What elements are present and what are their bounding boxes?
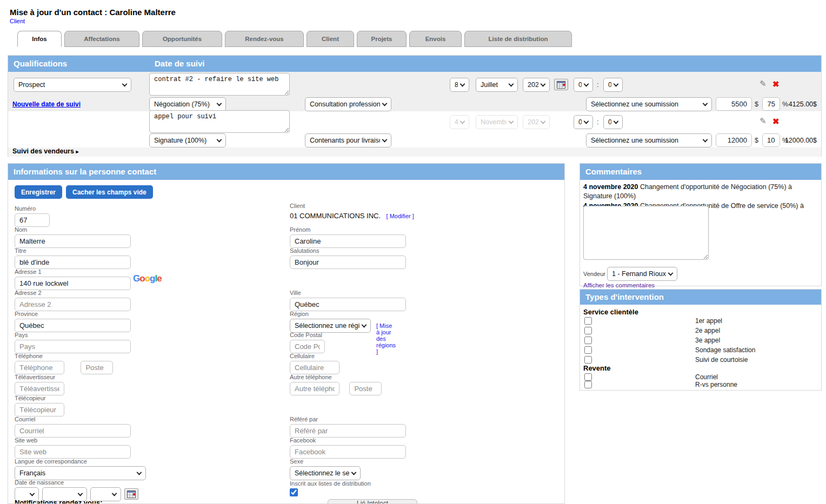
- followup2-amount-input[interactable]: [716, 133, 752, 147]
- vendor-followup-toggle[interactable]: Suivi des vendeurs ▸: [12, 147, 78, 155]
- courriel-input[interactable]: [15, 424, 131, 438]
- followup2-category-select[interactable]: Contenants pour livraison: [305, 133, 391, 147]
- client-breadcrumb-link[interactable]: Client: [10, 18, 25, 24]
- followup1-minute-select[interactable]: 00: [603, 78, 623, 92]
- followup2-year-select[interactable]: 2020: [523, 115, 550, 129]
- followup1-percent-input[interactable]: [762, 97, 780, 111]
- titre-field: Titre: [15, 247, 131, 269]
- label-sondage-satisfaction: Sondage satisfaction: [695, 346, 755, 354]
- checkbox-2e-appel[interactable]: [584, 327, 592, 334]
- new-comment-textarea[interactable]: [583, 206, 709, 260]
- followup1-delete-x-icon[interactable]: ✖: [772, 79, 780, 89]
- tab-envois[interactable]: Envois: [409, 31, 462, 47]
- salutations-input[interactable]: [290, 256, 406, 269]
- facebook-input[interactable]: [290, 445, 406, 459]
- followup1-edit-pencil-icon[interactable]: ✎: [760, 79, 767, 89]
- followup1-day-select[interactable]: 8: [450, 78, 469, 92]
- adresse2-input[interactable]: [15, 298, 131, 311]
- followup1-month-select[interactable]: Juillet: [476, 78, 518, 92]
- adresse1-input[interactable]: [15, 277, 131, 290]
- cellulaire-input[interactable]: [290, 361, 339, 374]
- langue-select[interactable]: Français: [15, 466, 146, 480]
- telecopieur-input[interactable]: [15, 403, 64, 416]
- tab-liste-distribution[interactable]: Liste de distribution: [464, 31, 572, 47]
- tab-infos[interactable]: Infos: [17, 31, 62, 47]
- tab-client[interactable]: Client: [307, 31, 354, 47]
- telephone-input[interactable]: [15, 361, 64, 374]
- numero-label: Numéro: [15, 205, 50, 212]
- panel-footer-background: [8, 147, 821, 157]
- titre-input[interactable]: [15, 256, 131, 269]
- prenom-input[interactable]: [290, 234, 406, 248]
- telephone-poste-input[interactable]: [81, 361, 113, 374]
- siteweb-label: Site web: [15, 437, 131, 443]
- refere-input[interactable]: [290, 424, 406, 438]
- checkbox-3e-appel[interactable]: [584, 337, 592, 344]
- followup2-edit-pencil-icon[interactable]: ✎: [760, 116, 767, 126]
- tab-rendez-vous[interactable]: Rendez-vous: [225, 31, 304, 47]
- followup1-minute-select-wrap: 00: [603, 78, 623, 92]
- followup2-stage-select[interactable]: Signature (100%): [149, 133, 226, 147]
- autretel-input[interactable]: [290, 382, 339, 395]
- checkbox-courriel[interactable]: [584, 373, 592, 381]
- client-modify-link[interactable]: [ Modifier ]: [387, 213, 414, 219]
- tab-opportunites[interactable]: Opportunités: [142, 31, 222, 47]
- followup1-amount-input[interactable]: [716, 97, 752, 111]
- facebook-field: Facebook: [290, 437, 406, 459]
- nom-label: Nom: [15, 226, 131, 233]
- pays-input[interactable]: [15, 340, 131, 353]
- siteweb-input[interactable]: [15, 445, 131, 459]
- checkbox-1er-appel[interactable]: [584, 317, 592, 325]
- region-select[interactable]: Sélectionnez une région: [290, 319, 371, 333]
- followup1-hour-select[interactable]: 00: [574, 78, 593, 92]
- followup2-minute-select[interactable]: 00: [603, 115, 623, 129]
- province-input[interactable]: [15, 319, 131, 332]
- followup2-percent-input[interactable]: [762, 133, 780, 147]
- checkbox-rvs-personne[interactable]: [584, 381, 592, 388]
- followup1-calendar-button[interactable]: [554, 79, 568, 90]
- new-followup-link[interactable]: Nouvelle date de suivi: [12, 100, 81, 108]
- cellulaire-field: Cellulaire: [290, 353, 339, 374]
- followup2-note-textarea[interactable]: appel pour suivi: [149, 110, 290, 133]
- autretel-poste-input[interactable]: [349, 382, 382, 395]
- langue-label: Langue de correspondance: [15, 458, 146, 465]
- region-field: Région Sélectionnez une région [ Mise à …: [290, 311, 309, 333]
- google-logo-icon[interactable]: Google: [133, 273, 162, 284]
- region-update-link[interactable]: [ Mise à jour des régions ]: [376, 322, 396, 355]
- hide-empty-fields-button[interactable]: Cacher les champs vide: [66, 185, 153, 199]
- qualifications-header: Qualifications Date de suivi: [8, 56, 821, 72]
- ville-input[interactable]: [290, 298, 406, 311]
- lie-intelect-correspondant-button[interactable]: Lié Intelect Correspondant: [328, 499, 417, 504]
- checkbox-sondage-satisfaction[interactable]: [584, 346, 592, 354]
- show-comments-link[interactable]: Afficher les commentaires: [583, 282, 655, 288]
- sexe-select-wrap: Sélectionnez le sexe: [290, 466, 361, 480]
- checkbox-suivi-courtoisie[interactable]: [584, 356, 592, 364]
- followup2-delete-x-icon[interactable]: ✖: [772, 117, 780, 126]
- followup2-soumission-select[interactable]: Sélectionnez une soumission: [586, 133, 712, 147]
- followup1-stage-select[interactable]: Négociation (75%): [149, 97, 226, 111]
- naissance-calendar-button[interactable]: [124, 488, 138, 500]
- followup1-note-textarea[interactable]: contrat #2 - refaire le site web: [149, 73, 290, 96]
- numero-input[interactable]: [15, 213, 50, 227]
- followup2-month-select[interactable]: Novembre: [476, 115, 518, 129]
- tab-projets[interactable]: Projets: [357, 31, 407, 47]
- tab-affectations[interactable]: Affectations: [64, 31, 139, 47]
- followup1-soumission-select[interactable]: Sélectionnez une soumission: [586, 97, 712, 111]
- listes-distribution-checkbox[interactable]: [290, 488, 298, 496]
- refere-label: Référé par: [290, 416, 406, 422]
- followup1-year-select[interactable]: 2020: [523, 78, 550, 92]
- followup2-day-select-wrap: 4: [450, 115, 469, 129]
- codepostal-input[interactable]: [290, 340, 325, 353]
- nom-input[interactable]: [15, 234, 131, 248]
- followup2-day-select[interactable]: 4: [450, 115, 469, 129]
- langue-field: Langue de correspondance Français: [15, 458, 146, 480]
- vendeur-select[interactable]: 1 - Fernand Rioux: [607, 267, 677, 281]
- followup2-hour-select[interactable]: 00: [574, 115, 593, 129]
- teleavertisseur-input[interactable]: [15, 382, 64, 395]
- qualification-status-select[interactable]: Prospect: [14, 78, 131, 92]
- salutations-field: Salutations: [290, 247, 406, 269]
- save-button[interactable]: Enregistrer: [15, 185, 62, 199]
- sexe-select[interactable]: Sélectionnez le sexe: [290, 466, 361, 480]
- followup1-category-select[interactable]: Consultation professionnelle: [305, 97, 391, 111]
- label-suivi-courtoisie: Suivi de courtoisie: [695, 356, 748, 364]
